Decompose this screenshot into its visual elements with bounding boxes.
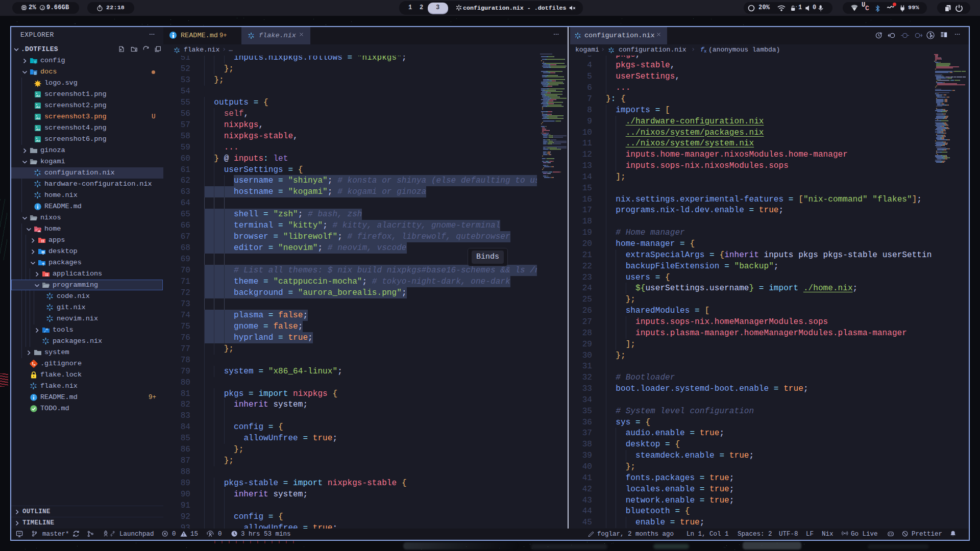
svg-text:*: * <box>796 6 797 9</box>
